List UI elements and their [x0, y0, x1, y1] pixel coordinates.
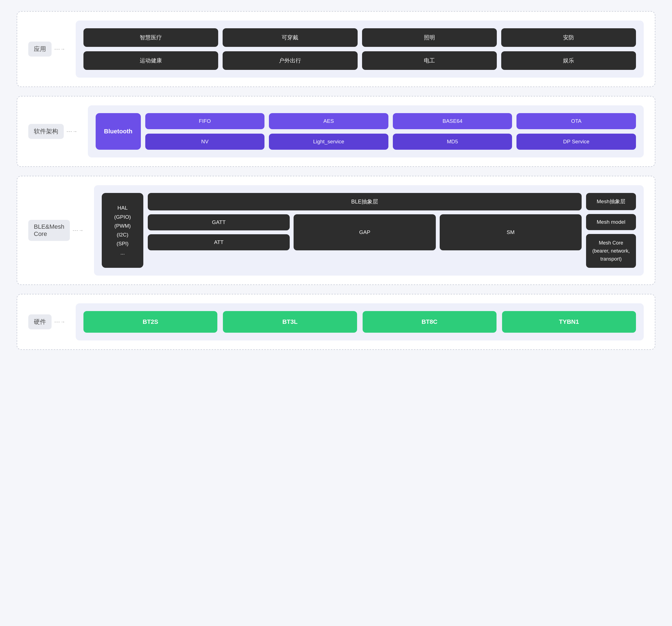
gatt-att-col: GATT ATT: [148, 214, 290, 250]
app-grid: 智慧医疗 可穿戴 照明 安防 运动健康 户外出行 电工 娱乐: [83, 28, 636, 70]
soft-md5: MD5: [393, 134, 512, 150]
software-layer: 软件架构 - - - → Bluetooth FIFO AES BASE64 O…: [17, 96, 655, 167]
gap-btn: GAP: [294, 214, 435, 250]
hardware-arrow: - - - →: [54, 319, 65, 325]
soft-nv: NV: [145, 134, 265, 150]
ble-abstract: BLE抽象层: [148, 193, 582, 211]
app-item-3: 安防: [501, 28, 636, 47]
ble-mesh-inner: HAL (GPIO) (PWM) (I2C) (SPI) ... BLE抽象层 …: [94, 185, 644, 275]
mesh-right: Mesh抽象层 Mesh model Mesh Core (bearer, ne…: [586, 193, 636, 268]
software-arrow: - - - →: [67, 129, 77, 135]
app-item-5: 户外出行: [223, 51, 357, 70]
software-label-wrap: 软件架构 - - - →: [28, 124, 77, 139]
ble-mesh-arrow: - - - →: [73, 227, 83, 234]
ble-middle: BLE抽象层 GATT ATT GAP SM: [148, 193, 582, 268]
hw-tybn1: TYBN1: [502, 311, 636, 333]
software-inner: Bluetooth FIFO AES BASE64 OTA NV Light_s…: [88, 105, 644, 158]
ble-layout: HAL (GPIO) (PWM) (I2C) (SPI) ... BLE抽象层 …: [102, 193, 636, 268]
mesh-core-btn: Mesh Core (bearer, network, transport): [586, 234, 636, 268]
hal-box: HAL (GPIO) (PWM) (I2C) (SPI) ...: [102, 193, 143, 268]
software-label: 软件架构: [28, 124, 64, 139]
soft-fifo: FIFO: [145, 113, 265, 129]
soft-right-grid: FIFO AES BASE64 OTA NV Light_service MD5…: [145, 113, 636, 150]
ble-lower-grid: GATT ATT GAP SM: [148, 214, 582, 250]
soft-aes: AES: [269, 113, 388, 129]
bluetooth-btn: Bluetooth: [96, 113, 141, 150]
soft-ota: OTA: [517, 113, 636, 129]
hw-bt2s: BT2S: [83, 311, 217, 333]
hardware-layer: 硬件 - - - → BT2S BT3L BT8C TYBN1: [17, 294, 655, 350]
app-label: 应用: [28, 42, 52, 56]
hw-bt3l: BT3L: [223, 311, 357, 333]
app-arrow: - - - →: [54, 46, 65, 52]
app-item-1: 可穿戴: [223, 28, 357, 47]
soft-dp-service: DP Service: [517, 134, 636, 150]
sm-btn: SM: [440, 214, 582, 250]
app-item-6: 电工: [362, 51, 497, 70]
att-btn: ATT: [148, 234, 290, 250]
hw-grid: BT2S BT3L BT8C TYBN1: [83, 311, 636, 333]
hw-bt8c: BT8C: [363, 311, 497, 333]
soft-base64: BASE64: [393, 113, 512, 129]
app-label-wrap: 应用 - - - →: [28, 42, 65, 56]
app-item-4: 运动健康: [83, 51, 218, 70]
soft-grid: Bluetooth FIFO AES BASE64 OTA NV Light_s…: [96, 113, 636, 150]
app-item-0: 智慧医疗: [83, 28, 218, 47]
mesh-model-btn: Mesh model: [586, 214, 636, 230]
ble-mesh-label-wrap: BLE&Mesh Core - - - →: [28, 220, 83, 241]
gatt-btn: GATT: [148, 214, 290, 231]
ble-mesh-label: BLE&Mesh Core: [28, 220, 70, 241]
mesh-abstract-btn: Mesh抽象层: [586, 193, 636, 210]
hardware-label: 硬件: [28, 314, 52, 329]
app-item-2: 照明: [362, 28, 497, 47]
ble-mesh-layer: BLE&Mesh Core - - - → HAL (GPIO) (PWM) (…: [17, 176, 655, 285]
app-item-7: 娱乐: [501, 51, 636, 70]
app-inner: 智慧医疗 可穿戴 照明 安防 运动健康 户外出行 电工 娱乐: [76, 21, 644, 78]
app-layer: 应用 - - - → 智慧医疗 可穿戴 照明 安防 运动健康 户外出行 电工 娱…: [17, 11, 655, 87]
soft-light-service: Light_service: [269, 134, 388, 150]
hardware-inner: BT2S BT3L BT8C TYBN1: [76, 303, 644, 340]
hardware-label-wrap: 硬件 - - - →: [28, 314, 65, 329]
